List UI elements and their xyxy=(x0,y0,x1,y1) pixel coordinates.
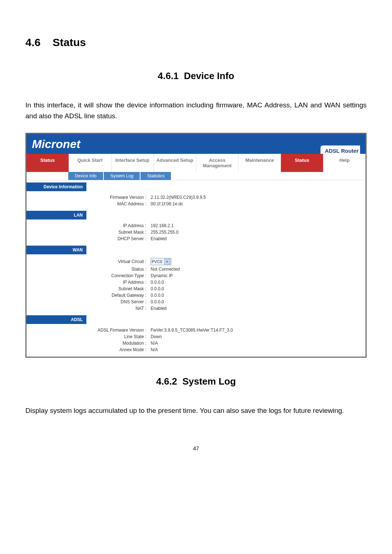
subsection-number-1: 4.6.1 xyxy=(158,70,179,81)
tab-help[interactable]: Help xyxy=(323,154,366,172)
section-header-adsl: ADSL xyxy=(26,315,86,324)
value-wan-status: Not Connected xyxy=(148,267,180,272)
label-lan-ip: IP Address : xyxy=(26,223,148,228)
subtab-system-log[interactable]: System Log xyxy=(104,172,140,180)
section-body-adsl: ADSL Firmware Version : FwVer:3.9.9.5_TC… xyxy=(26,324,366,357)
label-modulation: Modulation : xyxy=(26,341,148,346)
subsection-title-1: Device Info xyxy=(184,70,234,81)
table-row: MAC Address : 00:1f:1f:06:1e:dc xyxy=(26,201,366,207)
label-connection-type: Connection Type : xyxy=(26,273,148,278)
section-body-wan: Virtual Circuit : PVC0 ▾ Status : Not Co… xyxy=(26,254,366,315)
value-mac-address: 00:1f:1f:06:1e:dc xyxy=(148,201,183,206)
main-tabs: Status Quick Start Interface Setup Advan… xyxy=(26,154,366,172)
subsection-heading-2: 4.6.2 System Log xyxy=(25,376,367,387)
tab-interface-setup[interactable]: Interface Setup xyxy=(111,154,154,172)
label-line-state: Line State : xyxy=(26,334,148,339)
table-row: DHCP Server : Enabled xyxy=(26,235,366,242)
subsection-number-2: 4.6.2 xyxy=(156,376,177,387)
label-firmware-version: Firmware Version : xyxy=(26,195,148,200)
page-number: 47 xyxy=(25,445,367,451)
table-row: IP Address : 0.0.0.0 xyxy=(26,279,366,286)
brand-product-label: ADSL Router xyxy=(320,145,360,154)
table-row: Connection Type : Dynamic IP xyxy=(26,272,366,279)
label-default-gateway: Default Gateway : xyxy=(26,293,148,298)
section-body-device-info: Firmware Version : 2.11.32.2(NRE0.C29)3.… xyxy=(26,191,366,211)
section-number: 4.6 xyxy=(25,36,41,48)
table-row: Subnet Mask : 0.0.0.0 xyxy=(26,286,366,292)
section-body-lan: IP Address : 192.168.2.1 Subnet Mask : 2… xyxy=(26,219,366,246)
value-modulation: N/A xyxy=(148,341,158,346)
label-wan-subnet: Subnet Mask : xyxy=(26,286,148,291)
table-row: Firmware Version : 2.11.32.2(NRE0.C29)3.… xyxy=(26,194,366,201)
label-virtual-circuit: Virtual Circuit : xyxy=(26,259,148,264)
tab-advanced-setup[interactable]: Advanced Setup xyxy=(154,154,196,172)
brand-bar: Micronet ADSL Router xyxy=(26,134,366,154)
router-screenshot: Micronet ADSL Router Status Quick Start … xyxy=(25,133,367,358)
tab-quick-start[interactable]: Quick Start xyxy=(69,154,111,172)
label-dns-server: DNS Server : xyxy=(26,299,148,304)
table-row: Default Gateway : 0.0.0.0 xyxy=(26,292,366,299)
label-wan-status: Status : xyxy=(26,267,148,272)
section-heading: 4.6 Status xyxy=(25,36,367,49)
value-adsl-firmware: FwVer:3.9.9.5_TC3085 HwVer:T14.F7_3.0 xyxy=(148,328,233,333)
value-virtual-circuit: PVC0 ▾ xyxy=(148,258,171,265)
table-row: Subnet Mask : 255.255.255.0 xyxy=(26,229,366,235)
tab-status[interactable]: Status xyxy=(26,154,69,172)
value-nat: Enabled xyxy=(148,306,167,311)
label-lan-subnet: Subnet Mask : xyxy=(26,230,148,235)
value-annex-mode: N/A xyxy=(148,347,158,352)
tab-status-2[interactable]: Status xyxy=(281,154,323,172)
section-header-lan: LAN xyxy=(26,211,86,219)
value-dhcp-server: Enabled xyxy=(148,236,167,241)
table-row: Annex Mode : N/A xyxy=(26,346,366,353)
label-wan-ip: IP Address : xyxy=(26,280,148,285)
intro-paragraph-2: Display system logs accumulated up to th… xyxy=(25,405,367,416)
value-lan-subnet: 255.255.255.0 xyxy=(148,230,179,235)
label-nat: NAT : xyxy=(26,306,148,311)
section-header-wan: WAN xyxy=(26,246,86,254)
subsection-heading-1: 4.6.1 Device Info xyxy=(25,70,367,82)
label-dhcp-server: DHCP Server : xyxy=(26,236,148,241)
value-firmware-version: 2.11.32.2(NRE0.C29)3.9.9.5 xyxy=(148,195,206,200)
label-annex-mode: Annex Mode : xyxy=(26,347,148,352)
table-row: IP Address : 192.168.2.1 xyxy=(26,222,366,229)
subtab-device-info[interactable]: Device Info xyxy=(68,172,103,180)
pvc-selected-value: PVC0 xyxy=(152,259,162,264)
intro-paragraph-1: In this interface, it will show the devi… xyxy=(25,100,367,122)
subsection-title-2: System Log xyxy=(182,376,236,387)
value-wan-ip: 0.0.0.0 xyxy=(148,280,164,285)
tab-maintenance[interactable]: Maintenance xyxy=(238,154,281,172)
value-lan-ip: 192.168.2.1 xyxy=(148,223,173,228)
section-title-text: Status xyxy=(53,36,86,48)
tab-access-management[interactable]: Access Management xyxy=(196,154,238,172)
label-mac-address: MAC Address : xyxy=(26,201,148,206)
table-row: Modulation : N/A xyxy=(26,340,366,346)
brand-logo: Micronet xyxy=(32,138,80,154)
virtual-circuit-select[interactable]: PVC0 ▾ xyxy=(151,258,171,265)
value-connection-type: Dynamic IP xyxy=(148,273,173,278)
table-row: Virtual Circuit : PVC0 ▾ xyxy=(26,257,366,266)
table-row: Line State : Down xyxy=(26,333,366,340)
value-line-state: Down xyxy=(148,334,162,339)
table-row: ADSL Firmware Version : FwVer:3.9.9.5_TC… xyxy=(26,327,366,333)
label-adsl-firmware: ADSL Firmware Version : xyxy=(26,328,148,333)
value-default-gateway: 0.0.0.0 xyxy=(148,293,164,298)
chevron-down-icon: ▾ xyxy=(164,259,170,264)
table-row: Status : Not Connected xyxy=(26,266,366,272)
sub-tabs: Device Info System Log Statistics xyxy=(26,172,366,180)
subtab-statistics[interactable]: Statistics xyxy=(140,172,171,180)
section-header-device-info: Device Information xyxy=(26,182,86,191)
value-wan-subnet: 0.0.0.0 xyxy=(148,286,164,291)
table-row: DNS Server : 0.0.0.0 xyxy=(26,299,366,305)
table-row: NAT : Enabled xyxy=(26,305,366,312)
value-dns-server: 0.0.0.0 xyxy=(148,299,164,304)
